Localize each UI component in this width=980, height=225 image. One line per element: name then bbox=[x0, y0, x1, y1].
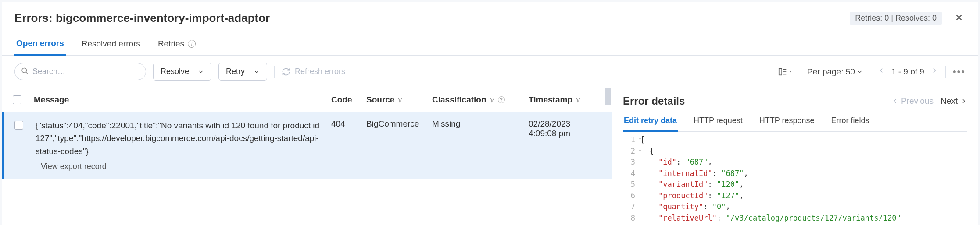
filter-icon bbox=[397, 97, 403, 103]
dtab-http-request[interactable]: HTTP request bbox=[693, 112, 744, 131]
page-prev[interactable] bbox=[877, 67, 885, 77]
details-tabs: Edit retry data HTTP request HTTP respon… bbox=[623, 112, 967, 132]
caret-down-icon bbox=[788, 70, 793, 74]
retries-resolves-badge: Retries: 0 | Resolves: 0 bbox=[850, 12, 942, 25]
toolbar: Resolve Retry Refresh errors Per page: 5… bbox=[2, 56, 978, 88]
page-next[interactable] bbox=[930, 67, 938, 77]
help-icon[interactable]: ? bbox=[498, 96, 505, 103]
details-prev[interactable]: Previous bbox=[891, 96, 934, 106]
error-code: 404 bbox=[331, 119, 366, 129]
tab-retries[interactable]: Retries i bbox=[156, 34, 197, 55]
dtab-error-fields[interactable]: Error fields bbox=[830, 112, 870, 131]
chevron-down-icon bbox=[198, 69, 204, 75]
chevron-left-icon bbox=[891, 98, 898, 105]
layout-toggle[interactable] bbox=[778, 67, 793, 77]
refresh-icon bbox=[282, 67, 290, 76]
table-header-row: Message Code Source Classification ? Tim… bbox=[2, 88, 612, 112]
close-icon bbox=[954, 13, 964, 22]
pagination: 1 - 9 of 9 bbox=[877, 67, 938, 77]
chevron-right-icon bbox=[930, 67, 938, 74]
details-next[interactable]: Next bbox=[941, 96, 967, 106]
retry-dropdown[interactable]: Retry bbox=[218, 63, 267, 81]
table-row[interactable]: {"status":404,"code":22001,"title":"No v… bbox=[2, 112, 612, 179]
tab-open-errors[interactable]: Open errors bbox=[14, 34, 66, 56]
chevron-left-icon bbox=[877, 67, 885, 74]
col-source[interactable]: Source bbox=[366, 95, 432, 105]
svg-rect-1 bbox=[779, 68, 782, 75]
errors-table: Message Code Source Classification ? Tim… bbox=[2, 88, 612, 225]
dtab-http-response[interactable]: HTTP response bbox=[758, 112, 815, 131]
view-export-record-link[interactable]: View export record bbox=[36, 162, 326, 171]
error-classification: Missing bbox=[432, 119, 529, 129]
error-timestamp: 02/28/2023 4:09:08 pm bbox=[529, 119, 603, 138]
page-title: Errors: bigcommerce-inventory-import-ada… bbox=[14, 11, 270, 25]
error-message: {"status":404,"code":22001,"title":"No v… bbox=[36, 119, 326, 158]
refresh-errors-button[interactable]: Refresh errors bbox=[282, 67, 345, 76]
filter-icon bbox=[575, 97, 581, 103]
search-input[interactable] bbox=[14, 63, 146, 80]
tab-resolved-errors[interactable]: Resolved errors bbox=[80, 34, 142, 55]
col-classification[interactable]: Classification ? bbox=[432, 95, 529, 105]
retry-data-editor[interactable]: 1▾[2▾ {3 "id": "687",4 "internalId": "68… bbox=[623, 132, 967, 225]
filter-icon bbox=[489, 97, 495, 103]
page-range: 1 - 9 of 9 bbox=[891, 67, 924, 77]
fold-toggle-icon[interactable]: ▾ bbox=[639, 136, 641, 142]
error-details-pane: Error details Previous Next Edit retry d… bbox=[612, 88, 978, 225]
col-message: Message bbox=[34, 95, 331, 105]
more-actions[interactable]: ••• bbox=[953, 66, 966, 77]
chevron-down-icon bbox=[857, 69, 863, 75]
resolve-dropdown[interactable]: Resolve bbox=[153, 63, 211, 81]
chevron-right-icon bbox=[960, 98, 967, 105]
svg-point-0 bbox=[22, 68, 27, 73]
per-page-selector[interactable]: Per page: 50 bbox=[807, 67, 863, 77]
close-button[interactable] bbox=[952, 11, 966, 25]
scrollbar[interactable] bbox=[605, 88, 611, 225]
panel-header: Errors: bigcommerce-inventory-import-ada… bbox=[2, 2, 978, 29]
errors-panel: Errors: bigcommerce-inventory-import-ada… bbox=[2, 2, 978, 225]
col-timestamp[interactable]: Timestamp bbox=[529, 95, 603, 105]
dtab-edit-retry[interactable]: Edit retry data bbox=[623, 112, 678, 132]
chevron-down-icon bbox=[254, 69, 260, 75]
row-checkbox[interactable] bbox=[14, 121, 23, 130]
layout-icon bbox=[778, 67, 787, 77]
fold-toggle-icon[interactable]: ▾ bbox=[639, 147, 641, 154]
select-all-checkbox[interactable] bbox=[13, 95, 21, 104]
info-icon[interactable]: i bbox=[188, 40, 196, 48]
main-tabs: Open errors Resolved errors Retries i bbox=[2, 29, 978, 56]
error-source: BigCommerce bbox=[366, 119, 432, 129]
details-title: Error details bbox=[623, 95, 685, 107]
col-code: Code bbox=[331, 95, 366, 105]
search-icon bbox=[21, 67, 29, 77]
